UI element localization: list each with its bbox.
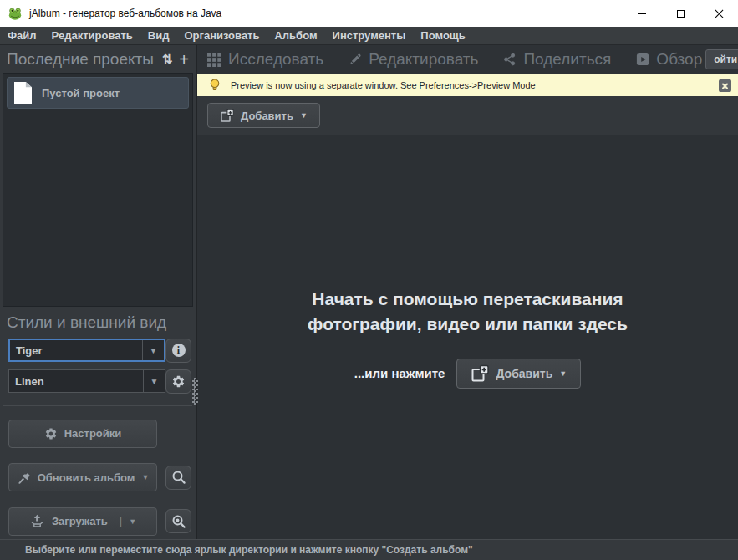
splitter-handle[interactable] [192, 378, 198, 405]
skin-select-value: Tiger [10, 344, 142, 357]
tab-browse[interactable]: Обзор [636, 50, 702, 69]
settings-label: Настройки [64, 427, 122, 440]
upload-button[interactable]: Загружать | ▼ [8, 507, 157, 536]
styles-header: Стили и внешний вид [0, 307, 196, 335]
chevron-down-icon[interactable]: ▼ [142, 340, 164, 360]
project-list: Пустой проект [3, 73, 193, 307]
chevron-down-icon: ▼ [129, 517, 136, 526]
skin-info-button[interactable]: i [165, 339, 191, 363]
dropzone[interactable]: Начать с помощью перетаскивания фотограф… [197, 135, 738, 539]
separator: | [120, 515, 122, 527]
main-panel: Исследовать Редактировать Поделиться [197, 45, 738, 539]
sort-projects-icon[interactable]: ⇅ [162, 52, 173, 67]
skin-select[interactable]: Tiger ▼ [8, 339, 165, 362]
magnifier-icon [171, 470, 186, 485]
or-click-label: ...или нажмите [354, 366, 445, 380]
maximize-icon [677, 10, 685, 18]
preview-upload-button[interactable] [165, 509, 191, 533]
tab-edit[interactable]: Редактировать [349, 50, 478, 69]
minimize-icon [638, 13, 646, 14]
add-button-large-label: Добавить [496, 367, 552, 380]
add-button-label: Добавить [241, 109, 293, 122]
lightbulb-icon [207, 78, 222, 93]
tab-share[interactable]: Поделиться [503, 50, 611, 69]
menu-file[interactable]: Файл [0, 27, 44, 45]
new-project-icon[interactable]: + [179, 51, 189, 68]
app-window: jAlbum - генератор веб-альбомов на Java … [0, 0, 738, 560]
chevron-down-icon: ▼ [141, 473, 149, 481]
upload-label: Загружать [52, 515, 108, 527]
hammer-icon [17, 471, 31, 485]
menu-help[interactable]: Помощь [413, 27, 472, 45]
style-select-value: Linen [9, 375, 143, 388]
project-name: Пустой проект [42, 87, 120, 99]
magnifier-dot-icon [171, 514, 186, 529]
preview-album-button[interactable] [165, 466, 191, 490]
tab-explore[interactable]: Исследовать [207, 50, 323, 69]
settings-button[interactable]: Настройки [8, 420, 157, 448]
status-bar: Выберите или переместите сюда ярлык дире… [0, 539, 738, 560]
notification-bar: Preview is now using a separate window. … [197, 74, 738, 96]
add-button[interactable]: Добавить ▼ [207, 103, 320, 128]
window-title: jAlbum - генератор веб-альбомов на Java [29, 8, 221, 19]
menu-album[interactable]: Альбом [267, 27, 324, 45]
add-toolbar: Добавить ▼ [197, 96, 738, 135]
jalbum-logo-icon [8, 6, 23, 21]
add-document-icon [220, 109, 234, 123]
maximize-button[interactable] [661, 0, 700, 27]
chevron-down-icon[interactable]: ▼ [143, 370, 165, 392]
dropzone-text-line2: фотографии, видео или папки здесь [308, 312, 628, 337]
chevron-down-icon: ▼ [300, 111, 308, 120]
dropzone-text-line1: Начать с помощью перетаскивания [312, 287, 623, 312]
skin-settings-button[interactable] [165, 369, 191, 394]
grid-icon [207, 53, 221, 67]
tab-browse-label: Обзор [656, 50, 702, 69]
close-button[interactable] [700, 0, 738, 27]
document-icon [14, 82, 32, 104]
notification-text: Preview is now using a separate window. … [231, 80, 536, 90]
tab-edit-label: Редактировать [369, 50, 478, 69]
title-bar: jAlbum - генератор веб-альбомов на Java [0, 0, 738, 27]
add-button-large[interactable]: Добавить ▼ [456, 359, 581, 389]
chevron-down-icon: ▼ [559, 369, 567, 378]
main-toolbar: Исследовать Редактировать Поделиться [197, 45, 738, 74]
share-icon [503, 53, 517, 66]
upload-icon [29, 513, 45, 529]
make-album-label: Обновить альбом [38, 471, 135, 484]
recent-projects-title: Последние проекты [7, 50, 154, 69]
pencil-icon [349, 53, 362, 66]
menu-bar: Файл Редактировать Вид Организовать Альб… [0, 27, 738, 45]
gear-icon [44, 427, 58, 440]
style-select[interactable]: Linen ▼ [8, 369, 165, 393]
preview-play-icon [636, 53, 649, 66]
make-album-button[interactable]: Обновить альбом ▼ [8, 463, 157, 491]
gear-icon [171, 374, 186, 389]
info-icon: i [172, 344, 186, 357]
add-document-icon [471, 364, 489, 383]
recent-projects-header: Последние проекты ⇅ + [0, 45, 196, 73]
divider [3, 405, 192, 406]
tab-share-label: Поделиться [523, 50, 611, 69]
tab-explore-label: Исследовать [228, 50, 323, 69]
close-icon [715, 9, 724, 18]
status-text: Выберите или переместите сюда ярлык дире… [25, 544, 473, 556]
menu-tools[interactable]: Инструменты [325, 27, 414, 45]
menu-organize[interactable]: Организовать [176, 27, 267, 45]
minimize-button[interactable] [623, 0, 661, 27]
sidebar: Последние проекты ⇅ + Пустой проект Стил… [0, 45, 197, 539]
notification-close-icon[interactable] [719, 79, 731, 92]
menu-view[interactable]: Вид [140, 27, 177, 45]
project-item-selected[interactable]: Пустой проект [7, 77, 189, 109]
signin-button[interactable]: ойти [705, 49, 738, 69]
menu-edit[interactable]: Редактировать [44, 27, 140, 45]
